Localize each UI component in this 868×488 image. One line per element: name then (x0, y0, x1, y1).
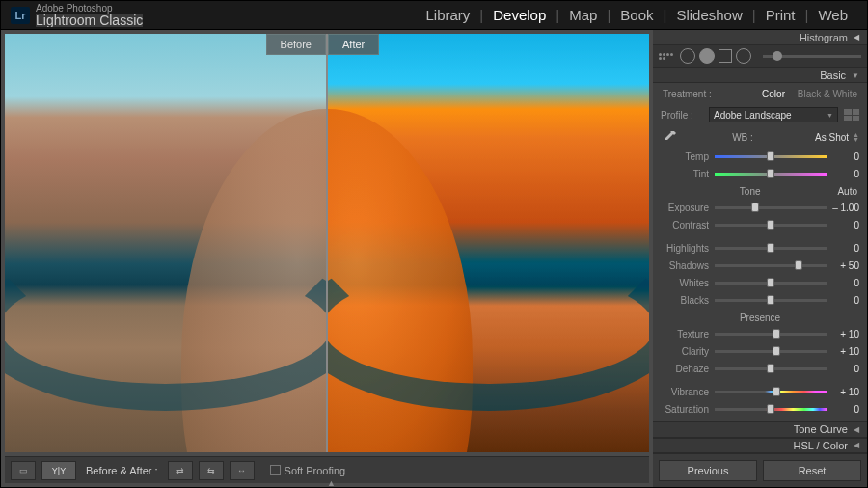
shadows-label: Shadows (661, 260, 715, 271)
grad-filter-icon[interactable] (719, 49, 732, 63)
module-picker: Library| Develop| Map| Book| Slideshow| … (416, 7, 857, 23)
whites-label: Whites (661, 278, 715, 288)
tone-heading: Tone (740, 186, 761, 197)
saturation-slider[interactable] (715, 402, 827, 416)
module-slideshow[interactable]: Slideshow (666, 7, 751, 23)
clarity-slider[interactable] (715, 344, 827, 358)
app-title-main: Lightroom Classic (36, 14, 143, 27)
loupe-view-button[interactable]: ▭ (11, 461, 36, 480)
dehaze-slider[interactable] (715, 362, 827, 375)
shadows-value[interactable]: + 50 (827, 260, 859, 271)
histogram-header[interactable]: Histogram ◀ (653, 30, 867, 45)
exposure-value[interactable]: – 1.00 (827, 203, 859, 213)
dehaze-label: Dehaze (661, 364, 715, 374)
filmstrip-expand-icon[interactable]: ▲ (327, 478, 336, 487)
module-print[interactable]: Print (756, 7, 805, 23)
collapse-icon: ◀ (854, 425, 859, 434)
blacks-label: Blacks (661, 295, 715, 306)
tonecurve-header[interactable]: Tone Curve ◀ (653, 421, 867, 437)
clarity-value[interactable]: + 10 (827, 346, 859, 357)
saturation-label: Saturation (661, 404, 715, 415)
whites-value[interactable]: 0 (827, 278, 859, 288)
before-after-view[interactable]: Before After (5, 34, 649, 452)
highlights-slider[interactable] (715, 241, 827, 255)
treatment-color[interactable]: Color (762, 89, 785, 99)
chevron-down-icon: ▼ (827, 112, 833, 119)
brush-tool-icon[interactable] (763, 55, 861, 58)
wb-value: As Shot (815, 132, 849, 143)
previous-button[interactable]: Previous (659, 460, 757, 481)
whites-slider[interactable] (715, 276, 827, 289)
highlights-value[interactable]: 0 (827, 243, 859, 254)
contrast-label: Contrast (661, 220, 715, 230)
basic-title: Basic (820, 69, 846, 81)
lr-logo-icon: Lr (11, 7, 30, 24)
hsl-title: HSL / Color (794, 440, 848, 451)
histogram-title: Histogram (800, 32, 848, 43)
basic-header[interactable]: Basic ▼ (653, 68, 867, 83)
highlights-label: Highlights (661, 243, 715, 254)
before-image: Before (5, 34, 326, 452)
reset-button[interactable]: Reset (763, 460, 861, 481)
updown-icon: ▲▼ (853, 132, 859, 142)
saturation-value[interactable]: 0 (827, 404, 859, 415)
profile-browser-icon[interactable] (844, 109, 859, 121)
app-logo: Lr Adobe Photoshop Lightroom Classic (11, 4, 143, 27)
module-web[interactable]: Web (808, 7, 857, 23)
exposure-label: Exposure (661, 203, 715, 213)
texture-slider[interactable] (715, 327, 827, 340)
hsl-header[interactable]: HSL / Color ◀ (653, 438, 867, 453)
image-viewer: Before After ▭ Y|Y Before & After : ⇄ ⇆ … (1, 30, 653, 487)
panel-buttons: Previous Reset (653, 453, 867, 487)
treatment-bw[interactable]: Black & White (798, 89, 857, 99)
vibrance-label: Vibrance (661, 387, 715, 397)
ba-mode-3-button[interactable]: ↔ (230, 461, 255, 480)
develop-panel: Histogram ◀ Basic ▼ Treatment : Colo (653, 30, 867, 487)
before-after-button[interactable]: Y|Y (41, 461, 76, 480)
clarity-label: Clarity (661, 346, 715, 357)
contrast-slider[interactable] (715, 218, 827, 231)
texture-label: Texture (661, 329, 715, 339)
soft-proofing-checkbox[interactable] (270, 465, 281, 475)
contrast-value[interactable]: 0 (827, 220, 859, 230)
redeye-tool-icon[interactable] (699, 48, 715, 64)
tint-value[interactable]: 0 (827, 169, 859, 179)
module-book[interactable]: Book (610, 7, 663, 23)
module-develop[interactable]: Develop (483, 7, 556, 23)
temp-value[interactable]: 0 (827, 151, 859, 162)
temp-slider-row: Temp 0 (661, 148, 859, 165)
tint-slider[interactable] (715, 167, 827, 180)
ba-mode-1-button[interactable]: ⇄ (168, 461, 193, 480)
ba-mode-2-button[interactable]: ⇆ (199, 461, 224, 480)
spot-tool-icon[interactable] (680, 48, 695, 64)
tool-strip (653, 45, 867, 68)
after-label: After (328, 34, 379, 55)
before-label: Before (266, 34, 326, 55)
before-after-label: Before & After : (86, 465, 158, 476)
auto-tone-button[interactable]: Auto (837, 186, 857, 197)
blacks-value[interactable]: 0 (827, 295, 859, 306)
texture-value[interactable]: + 10 (827, 329, 859, 339)
temp-slider[interactable] (715, 149, 827, 163)
profile-dropdown[interactable]: Adobe Landscape ▼ (709, 107, 838, 122)
after-image: After (328, 34, 649, 452)
collapse-icon: ◀ (854, 33, 859, 41)
tint-label: Tint (661, 169, 715, 179)
profile-value: Adobe Landscape (714, 110, 792, 121)
module-map[interactable]: Map (559, 7, 607, 23)
soft-proofing-toggle[interactable]: Soft Proofing (270, 465, 346, 476)
wb-dropdown[interactable]: As Shot ▲▼ (805, 132, 859, 143)
module-library[interactable]: Library (416, 7, 479, 23)
dehaze-value[interactable]: 0 (827, 364, 859, 374)
vibrance-value[interactable]: + 10 (827, 387, 859, 397)
vibrance-slider[interactable] (715, 385, 827, 398)
soft-proofing-label: Soft Proofing (285, 465, 346, 476)
radial-filter-icon[interactable] (736, 48, 751, 64)
exposure-slider[interactable] (715, 201, 827, 214)
crop-tool-icon[interactable] (659, 53, 676, 60)
blacks-slider[interactable] (715, 293, 827, 307)
wb-eyedropper-icon[interactable] (661, 130, 680, 144)
shadows-slider[interactable] (715, 258, 827, 272)
expand-icon: ▼ (852, 71, 859, 80)
collapse-icon: ◀ (854, 441, 859, 449)
